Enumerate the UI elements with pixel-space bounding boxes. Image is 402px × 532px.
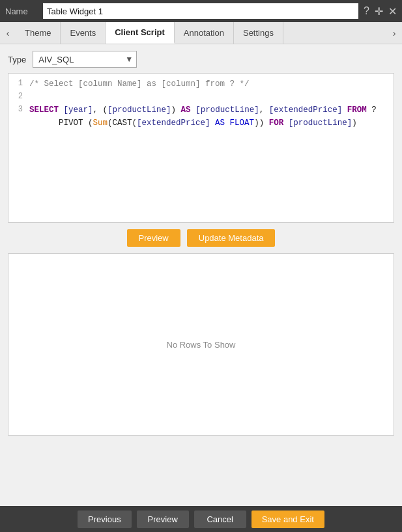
tab-arrow-left[interactable]: ‹ — [0, 22, 16, 44]
tab-settings[interactable]: Settings — [234, 22, 283, 44]
close-icon[interactable]: ✕ — [388, 5, 397, 18]
code-line-1: 1 /* Select [column Name] as [column] fr… — [11, 77, 391, 91]
code-line-2: 2 — [11, 91, 391, 104]
code-editor[interactable]: 1 /* Select [column Name] as [column] fr… — [8, 73, 394, 223]
code-content-3: SELECT [year], ([productLine]) AS [produ… — [29, 104, 391, 130]
action-buttons: Preview Update Metadata — [8, 229, 394, 247]
save-exit-button[interactable]: Save and Exit — [251, 511, 324, 528]
tab-client-script[interactable]: Client Script — [106, 22, 175, 44]
type-section: Type AIV_SQL JavaScript SQL ▼ — [8, 51, 394, 68]
name-input[interactable] — [43, 3, 358, 19]
header: Name ? ✛ ✕ — [0, 0, 402, 22]
tab-arrow-right[interactable]: › — [386, 22, 402, 44]
tab-annotation[interactable]: Annotation — [175, 22, 234, 44]
type-dropdown-container: AIV_SQL JavaScript SQL ▼ — [33, 51, 137, 68]
type-label: Type — [8, 55, 26, 64]
help-icon[interactable]: ? — [364, 5, 369, 17]
code-content-1: /* Select [column Name] as [column] from… — [29, 77, 391, 91]
line-num-3: 3 — [11, 104, 29, 116]
preview-area: No Rows To Show — [8, 253, 394, 436]
name-label: Name — [5, 7, 38, 16]
line-num-1: 1 — [11, 77, 29, 90]
code-content-2 — [29, 91, 391, 104]
header-icons: ? ✛ ✕ — [364, 5, 397, 18]
tab-theme[interactable]: Theme — [16, 22, 61, 44]
previous-button[interactable]: Previous — [78, 511, 132, 528]
preview-button[interactable]: Preview — [127, 229, 180, 247]
update-metadata-button[interactable]: Update Metadata — [187, 229, 276, 247]
tab-events[interactable]: Events — [61, 22, 106, 44]
line-num-2: 2 — [11, 91, 29, 103]
main-content: Type AIV_SQL JavaScript SQL ▼ 1 /* Selec… — [0, 44, 402, 506]
tab-bar: ‹ Theme Events Client Script Annotation … — [0, 22, 402, 44]
move-icon[interactable]: ✛ — [375, 5, 383, 18]
no-rows-message: No Rows To Show — [167, 340, 236, 350]
type-dropdown[interactable]: AIV_SQL JavaScript SQL — [33, 51, 137, 68]
cancel-button[interactable]: Cancel — [194, 511, 246, 528]
bottom-preview-button[interactable]: Preview — [137, 511, 189, 528]
code-line-3: 3 SELECT [year], ([productLine]) AS [pro… — [11, 104, 391, 130]
bottom-bar: Previous Preview Cancel Save and Exit — [0, 506, 402, 532]
